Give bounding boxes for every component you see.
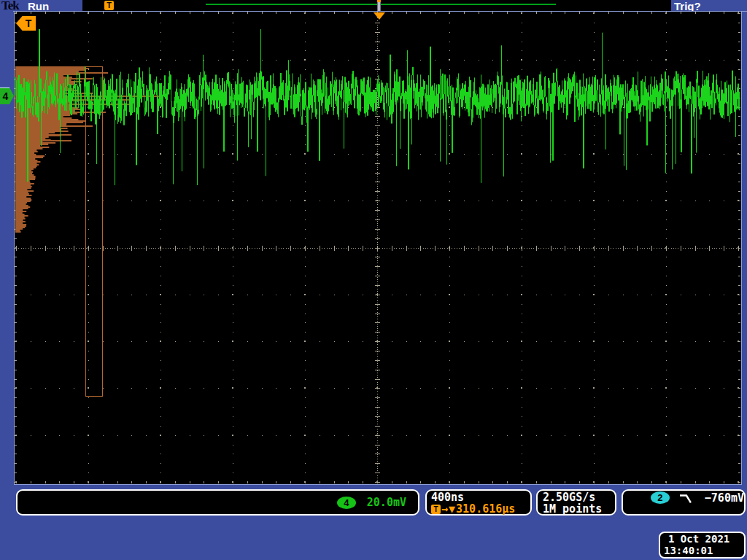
channel-4-scale-readout[interactable]: 4 20.0mV bbox=[16, 489, 419, 516]
trigger-status: Trig? bbox=[674, 0, 701, 12]
trigger-t-icon: T bbox=[431, 505, 441, 514]
expansion-point-marker[interactable] bbox=[377, 0, 381, 11]
tek-logo: Tek bbox=[1, 0, 26, 12]
sample-rate-value: 2.50GS/s bbox=[543, 491, 615, 503]
record-length-value: 1M points bbox=[543, 503, 615, 515]
trigger-position-triangle-icon[interactable] bbox=[374, 12, 385, 20]
channel-2-badge-icon: 2 bbox=[651, 491, 670, 504]
record-waveform-line bbox=[206, 4, 556, 5]
time-value: 13:40:01 bbox=[660, 545, 744, 556]
horizontal-readout[interactable]: 400ns T → ▼ 310.616µs bbox=[425, 489, 532, 516]
channel-4-ground-marker[interactable]: 4 bbox=[0, 88, 14, 104]
date-time-box: 1 Oct 2021 13:40:01 bbox=[659, 532, 746, 559]
channel-4-volts-per-div: 20.0mV bbox=[367, 496, 406, 509]
timebase-value: 400ns bbox=[431, 491, 530, 503]
acquisition-readout[interactable]: 2.50GS/s 1M points bbox=[536, 489, 616, 516]
trigger-delay-value: 310.616µs bbox=[456, 503, 515, 515]
record-trigger-icon[interactable]: T bbox=[104, 1, 114, 10]
record-overview-strip: T bbox=[82, 0, 671, 11]
arrow-icon: → bbox=[441, 503, 448, 515]
scope-display-canvas bbox=[15, 12, 740, 483]
date-value: 1 Oct 2021 bbox=[660, 533, 744, 545]
marker-triangle-icon: ▼ bbox=[449, 503, 455, 515]
acquisition-status: Run bbox=[28, 0, 49, 12]
trigger-level-value: −760mV bbox=[705, 491, 744, 505]
falling-edge-icon bbox=[678, 493, 696, 504]
channel-4-badge-icon: 4 bbox=[337, 497, 356, 509]
trigger-readout[interactable]: 2 −760mV bbox=[622, 489, 746, 516]
trigger-delay-line: T → ▼ 310.616µs bbox=[431, 503, 530, 515]
